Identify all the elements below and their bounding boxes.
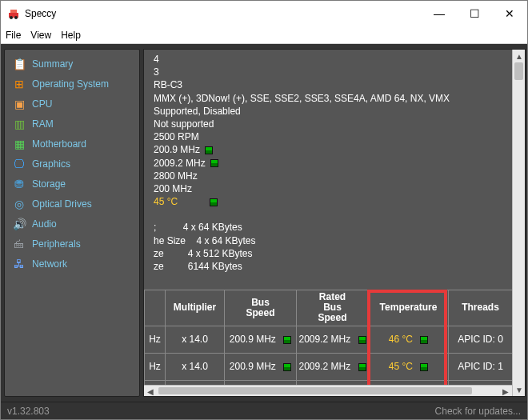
close-button[interactable]: ✕ (492, 2, 527, 26)
window: Speccy — ☐ ✕ File View Help 📋Summary ⊞Op… (0, 0, 528, 420)
check-updates-link[interactable]: Check for updates... (435, 406, 521, 417)
cell-rated: 2009.2 MHz (297, 353, 369, 380)
table-row[interactable]: Hz x 14.0 200.9 MHz 2009.2 MHz 45 °C API… (145, 353, 513, 380)
cores-table: Multiplier Bus Speed Rated Bus Speed Tem… (144, 290, 512, 385)
scroll-left-icon[interactable]: ◀ (144, 386, 157, 397)
cell-hz: Hz (145, 353, 166, 380)
window-title: Speccy (25, 8, 56, 19)
cell-bus: 200.9 MHz (225, 326, 297, 353)
status-square-icon (210, 159, 218, 167)
app-icon (7, 7, 20, 20)
status-square-icon (420, 363, 428, 371)
storage-icon: ⛃ (13, 178, 26, 190)
status-square-icon (283, 363, 291, 371)
vscroll-thumb[interactable] (514, 62, 523, 80)
sidebar-item-optical[interactable]: ◎Optical Drives (8, 194, 136, 214)
network-icon: 🖧 (13, 258, 26, 270)
sidebar-item-cpu[interactable]: ▣CPU (8, 94, 136, 114)
sidebar-item-label: Storage (32, 178, 66, 190)
sidebar-item-peripherals[interactable]: 🖮Peripherals (8, 234, 136, 254)
svg-point-2 (14, 16, 18, 19)
status-square-icon (420, 336, 428, 344)
col-bus-speed[interactable]: Bus Speed (225, 290, 297, 326)
sidebar-item-storage[interactable]: ⛃Storage (8, 174, 136, 194)
horizontal-scrollbar[interactable]: ◀ ▶ (144, 385, 512, 396)
sidebar-item-label: Motherboard (32, 138, 86, 150)
sidebar-item-motherboard[interactable]: ▦Motherboard (8, 134, 136, 154)
cell-temp: 45 °C (369, 353, 449, 380)
menu-file[interactable]: File (6, 30, 21, 41)
cell-multiplier: x 14.0 (166, 353, 225, 380)
col-threads[interactable]: Threads (449, 290, 513, 326)
sidebar-item-label: Audio (32, 218, 57, 230)
hscroll-thumb[interactable] (158, 387, 472, 394)
cell-multiplier: x 14.0 (166, 326, 225, 353)
window-controls: — ☐ ✕ (422, 2, 527, 26)
maximize-button[interactable]: ☐ (457, 2, 492, 26)
cell-bus: 200.9 MHz (225, 353, 297, 380)
col-blank[interactable] (145, 290, 166, 326)
sidebar-item-label: RAM (32, 118, 54, 130)
cell-threads: APIC ID: 0 (449, 326, 513, 353)
menubar: File View Help (1, 26, 527, 44)
cell-threads: APIC ID: 1 (449, 353, 513, 380)
sidebar-item-network[interactable]: 🖧Network (8, 254, 136, 274)
sidebar-item-label: Summary (32, 58, 73, 70)
scroll-up-icon[interactable]: ▲ (513, 50, 526, 62)
graphics-icon: 🖵 (13, 158, 26, 170)
sidebar-item-graphics[interactable]: 🖵Graphics (8, 154, 136, 174)
audio-icon: 🔊 (13, 218, 26, 230)
cell-temp: 46 °C (369, 326, 449, 353)
version-label: v1.32.803 (7, 406, 50, 417)
main: 4 3 RB-C3 MMX (+), 3DNow! (+), SSE, SSE2… (143, 49, 526, 397)
motherboard-icon: ▦ (13, 138, 26, 150)
statusbar: v1.32.803 Check for updates... (1, 402, 527, 419)
info-text: 4 3 RB-C3 MMX (+), 3DNow! (+), SSE, SSE2… (154, 53, 450, 273)
cell-rated: 2009.2 MHz (297, 326, 369, 353)
sidebar-item-label: Operating System (32, 78, 109, 90)
svg-point-1 (10, 16, 13, 19)
status-square-icon (358, 363, 366, 371)
info-pane: 4 3 RB-C3 MMX (+), 3DNow! (+), SSE, SSE2… (143, 49, 526, 397)
cpu-icon: ▣ (13, 98, 26, 110)
status-square-icon (205, 146, 213, 154)
scroll-down-icon[interactable]: ▼ (513, 383, 526, 396)
summary-icon: 📋 (13, 58, 26, 70)
col-multiplier[interactable]: Multiplier (166, 290, 225, 326)
svg-rect-3 (10, 10, 17, 13)
menu-help[interactable]: Help (61, 30, 81, 41)
content: 📋Summary ⊞Operating System ▣CPU ▥RAM ▦Mo… (1, 44, 527, 402)
table-row[interactable]: Hz x 14.0 200.9 MHz 2009.2 MHz 46 °C API… (145, 326, 513, 353)
sidebar-item-label: Optical Drives (32, 198, 92, 210)
status-square-icon (210, 198, 218, 206)
sidebar-item-label: Network (32, 258, 67, 270)
status-square-icon (358, 336, 366, 344)
titlebar[interactable]: Speccy — ☐ ✕ (1, 1, 527, 26)
os-icon: ⊞ (13, 78, 26, 90)
optical-icon: ◎ (13, 198, 26, 210)
sidebar-item-ram[interactable]: ▥RAM (8, 114, 136, 134)
peripherals-icon: 🖮 (13, 238, 26, 250)
menu-view[interactable]: View (30, 30, 51, 41)
cores-table-wrap: Multiplier Bus Speed Rated Bus Speed Tem… (144, 290, 512, 385)
col-rated-bus-speed[interactable]: Rated Bus Speed (297, 290, 369, 326)
table-head-row: Multiplier Bus Speed Rated Bus Speed Tem… (145, 290, 513, 326)
sidebar-item-os[interactable]: ⊞Operating System (8, 74, 136, 94)
status-square-icon (283, 336, 291, 344)
ram-icon: ▥ (13, 118, 26, 130)
sidebar-item-audio[interactable]: 🔊Audio (8, 214, 136, 234)
sidebar-item-label: Peripherals (32, 238, 81, 250)
col-temperature[interactable]: Temperature (369, 290, 449, 326)
sidebar-item-label: Graphics (32, 158, 70, 170)
sidebar-item-summary[interactable]: 📋Summary (8, 54, 136, 74)
cell-hz: Hz (145, 326, 166, 353)
sidebar-item-label: CPU (32, 98, 52, 110)
vertical-scrollbar[interactable]: ▲ ▼ (512, 50, 525, 396)
minimize-button[interactable]: — (422, 2, 457, 26)
cpu-temp: 45 °C (154, 196, 178, 207)
scroll-right-icon[interactable]: ▶ (499, 386, 512, 397)
sidebar: 📋Summary ⊞Operating System ▣CPU ▥RAM ▦Mo… (4, 49, 140, 397)
